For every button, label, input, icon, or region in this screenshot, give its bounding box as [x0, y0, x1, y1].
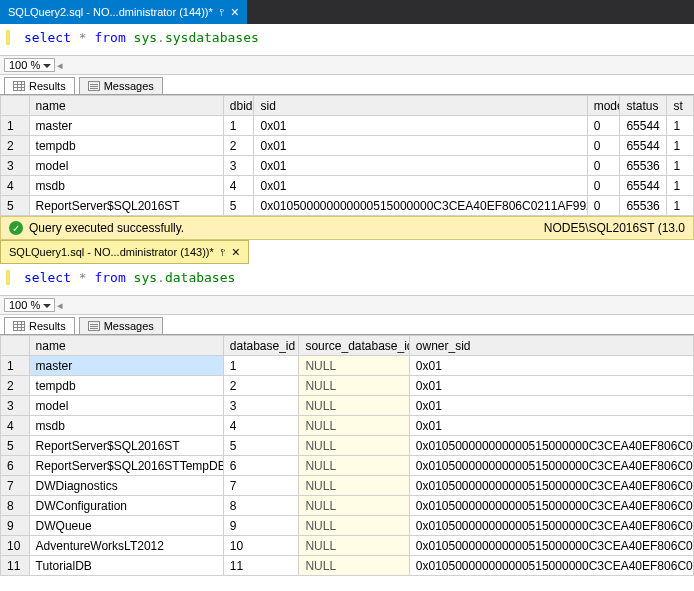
zoom-dropdown[interactable]: 100 %	[4, 298, 55, 312]
cell[interactable]: NULL	[299, 496, 409, 516]
cell[interactable]: 1	[223, 116, 254, 136]
cell[interactable]: 0x01	[254, 136, 587, 156]
cell[interactable]: NULL	[299, 396, 409, 416]
cell[interactable]: model	[29, 396, 223, 416]
cell[interactable]: 7	[223, 476, 299, 496]
sql-text[interactable]: select * from sys.sysdatabases	[24, 30, 259, 45]
cell[interactable]: NULL	[299, 536, 409, 556]
column-header[interactable]: database_id	[223, 336, 299, 356]
results-grid-top[interactable]: namedbidsidmodestatusst1master10x0106554…	[0, 95, 694, 216]
row-number[interactable]: 4	[1, 416, 30, 436]
column-header[interactable]: dbid	[223, 96, 254, 116]
cell[interactable]: 4	[223, 176, 254, 196]
row-number[interactable]: 10	[1, 536, 30, 556]
results-grid-bottom[interactable]: namedatabase_idsource_database_idowner_s…	[0, 335, 694, 576]
cell[interactable]: 1	[667, 196, 694, 216]
cell[interactable]: 1	[223, 356, 299, 376]
cell[interactable]: tempdb	[29, 376, 223, 396]
tab-messages[interactable]: Messages	[79, 77, 163, 94]
row-number[interactable]: 7	[1, 476, 30, 496]
pin-icon[interactable]: ⫯	[220, 246, 226, 258]
tab-messages[interactable]: Messages	[79, 317, 163, 334]
cell[interactable]: 0	[587, 156, 620, 176]
cell[interactable]: 6	[223, 456, 299, 476]
cell[interactable]: ReportServer$SQL2016STTempDB	[29, 456, 223, 476]
tab-results[interactable]: Results	[4, 317, 75, 334]
column-header[interactable]: name	[29, 96, 223, 116]
cell[interactable]: 0x010500000000000515000000C3CEA40EF806C0…	[409, 556, 693, 576]
cell[interactable]: 0x01	[409, 396, 693, 416]
cell[interactable]: tempdb	[29, 136, 223, 156]
table-row[interactable]: 3model30x010655361	[1, 156, 694, 176]
cell[interactable]: model	[29, 156, 223, 176]
cell[interactable]: 0	[587, 196, 620, 216]
cell[interactable]: 0	[587, 136, 620, 156]
cell[interactable]: DWDiagnostics	[29, 476, 223, 496]
cell[interactable]: 0x010500000000000515000000C3CEA40EF806C0…	[409, 516, 693, 536]
cell[interactable]: 0x01	[409, 356, 693, 376]
cell[interactable]: 65536	[620, 196, 667, 216]
pin-icon[interactable]: ⫯	[219, 6, 225, 18]
table-row[interactable]: 1master1NULL0x01	[1, 356, 694, 376]
tab-results[interactable]: Results	[4, 77, 75, 94]
cell[interactable]: 3	[223, 156, 254, 176]
row-number[interactable]: 4	[1, 176, 30, 196]
row-number[interactable]: 2	[1, 136, 30, 156]
chevron-left-icon[interactable]: ◂	[57, 299, 63, 312]
cell[interactable]: 0x01	[254, 176, 587, 196]
cell[interactable]: TutorialDB	[29, 556, 223, 576]
row-number[interactable]: 3	[1, 396, 30, 416]
cell[interactable]: 0x010500000000000515000000C3CEA40EF806C0…	[409, 456, 693, 476]
column-header[interactable]: status	[620, 96, 667, 116]
table-row[interactable]: 4msdb40x010655441	[1, 176, 694, 196]
editor-tab-sqlquery1[interactable]: SQLQuery1.sql - NO...dministrator (143))…	[0, 240, 249, 264]
column-header[interactable]	[1, 336, 30, 356]
cell[interactable]: NULL	[299, 416, 409, 436]
cell[interactable]: NULL	[299, 436, 409, 456]
row-number[interactable]: 8	[1, 496, 30, 516]
cell[interactable]: NULL	[299, 556, 409, 576]
cell[interactable]: 65544	[620, 136, 667, 156]
table-row[interactable]: 6ReportServer$SQL2016STTempDB6NULL0x0105…	[1, 456, 694, 476]
row-number[interactable]: 9	[1, 516, 30, 536]
cell[interactable]: DWQueue	[29, 516, 223, 536]
cell[interactable]: 0	[587, 116, 620, 136]
table-row[interactable]: 5ReportServer$SQL2016ST5NULL0x0105000000…	[1, 436, 694, 456]
cell[interactable]: 5	[223, 436, 299, 456]
column-header[interactable]: source_database_id	[299, 336, 409, 356]
cell[interactable]: 2	[223, 136, 254, 156]
cell[interactable]: 5	[223, 196, 254, 216]
cell[interactable]: DWConfiguration	[29, 496, 223, 516]
cell[interactable]: 2	[223, 376, 299, 396]
cell[interactable]: 1	[667, 176, 694, 196]
table-row[interactable]: 10AdventureWorksLT201210NULL0x0105000000…	[1, 536, 694, 556]
cell[interactable]: NULL	[299, 456, 409, 476]
row-number[interactable]: 1	[1, 356, 30, 376]
column-header[interactable]: owner_sid	[409, 336, 693, 356]
table-row[interactable]: 4msdb4NULL0x01	[1, 416, 694, 436]
cell[interactable]: msdb	[29, 176, 223, 196]
column-header[interactable]: mode	[587, 96, 620, 116]
cell[interactable]: 0x01	[254, 156, 587, 176]
row-number[interactable]: 5	[1, 196, 30, 216]
column-header[interactable]	[1, 96, 30, 116]
cell[interactable]: 8	[223, 496, 299, 516]
cell[interactable]: 65536	[620, 156, 667, 176]
cell[interactable]: msdb	[29, 416, 223, 436]
cell[interactable]: 0x010500000000000515000000C3CEA40EF806C0…	[409, 536, 693, 556]
cell[interactable]: 1	[667, 136, 694, 156]
table-row[interactable]: 11TutorialDB11NULL0x01050000000000051500…	[1, 556, 694, 576]
cell[interactable]: 0x01	[409, 416, 693, 436]
close-icon[interactable]: ×	[231, 7, 239, 17]
close-icon[interactable]: ×	[232, 247, 240, 257]
table-row[interactable]: 2tempdb20x010655441	[1, 136, 694, 156]
row-number[interactable]: 3	[1, 156, 30, 176]
row-number[interactable]: 1	[1, 116, 30, 136]
sql-editor-top[interactable]: select * from sys.sysdatabases	[0, 24, 694, 55]
table-row[interactable]: 1master10x010655441	[1, 116, 694, 136]
cell[interactable]: 0x010500000000000515000000C3CEA40EF806C0…	[409, 496, 693, 516]
row-number[interactable]: 2	[1, 376, 30, 396]
cell[interactable]: 0x01	[254, 116, 587, 136]
cell[interactable]: 65544	[620, 176, 667, 196]
sql-text[interactable]: select * from sys.databases	[24, 270, 235, 285]
